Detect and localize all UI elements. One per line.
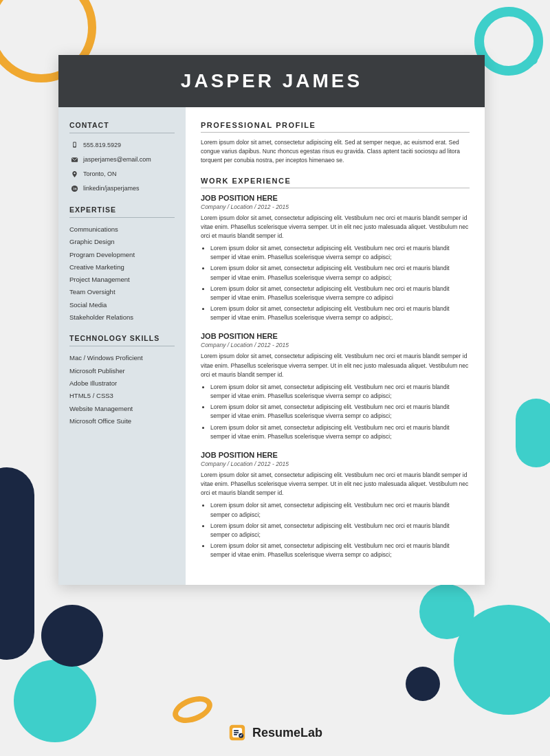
technology-skill-item: Microsoft Office Suite (69, 416, 175, 425)
job-bullet-item: Lorem ipsum dolor sit amet, consectetur … (210, 403, 470, 421)
job-bullets: Lorem ipsum dolor sit amet, consectetur … (201, 383, 470, 441)
bg-shape-teal-dot (528, 55, 538, 65)
brand-name-plain: Resume (252, 726, 300, 740)
expertise-skill-item: Stakeholder Relations (69, 313, 175, 322)
job-title: JOB POSITION HERE (201, 194, 470, 202)
job-bullet-item: Lorem ipsum dolor sit amet, consectetur … (210, 304, 470, 322)
job-block: JOB POSITION HERECompany / Location / 20… (201, 194, 470, 323)
expertise-skill-item: Program Development (69, 250, 175, 259)
resumelab-logo-icon (228, 723, 247, 742)
job-bullet-item: Lorem ipsum dolor sit amet, consectetur … (210, 285, 470, 302)
bg-shape-teal-circle-bottom-right2 (419, 584, 474, 639)
resume-document: JASPER JAMES CONTACT 555.819.5929 (58, 55, 485, 585)
job-title: JOB POSITION HERE (201, 451, 470, 459)
work-experience-title: WORK EXPERIENCE (201, 177, 470, 185)
svg-rect-1 (74, 142, 76, 146)
job-bullet-item: Lorem ipsum dolor sit amet, consectetur … (210, 244, 470, 262)
brand-name: ResumeLab (252, 726, 322, 740)
email-icon (69, 155, 79, 164)
resume-body: CONTACT 555.819.5929 jasperjames@email.c… (58, 107, 485, 585)
expertise-divider (69, 217, 175, 218)
svg-point-2 (74, 146, 75, 147)
resume-header: JASPER JAMES (58, 55, 485, 107)
job-bullet-item: Lorem ipsum dolor sit amet, consectetur … (210, 383, 470, 401)
expertise-skill-item: Social Media (69, 300, 175, 309)
job-block: JOB POSITION HERECompany / Location / 20… (201, 332, 470, 441)
contact-phone-value: 555.819.5929 (83, 142, 121, 148)
technology-skill-item: Mac / Windows Proficient (69, 353, 175, 362)
contact-email-value: jasperjames@email.com (83, 156, 151, 163)
profile-section-title: PROFESSIONAL PROFILE (201, 121, 470, 129)
work-experience-section: WORK EXPERIENCE JOB POSITION HERECompany… (201, 177, 470, 560)
resume-sidebar: CONTACT 555.819.5929 jasperjames@email.c… (58, 107, 186, 585)
technology-skill-item: Microsoft Publisher (69, 366, 175, 375)
contact-phone: 555.819.5929 (69, 140, 175, 150)
bg-shape-teal-circle-bottom-left (14, 660, 96, 742)
profile-text: Lorem ipsum dolor sit amet, consectetur … (201, 138, 470, 166)
bg-shape-teal-bar-right (516, 399, 550, 467)
technology-skill-item: Website Management (69, 404, 175, 413)
job-meta: Company / Location / 2012 - 2015 (201, 460, 470, 467)
contact-section-title: CONTACT (69, 121, 175, 129)
location-icon (69, 169, 79, 179)
job-bullets: Lorem ipsum dolor sit amet, consectetur … (201, 244, 470, 322)
job-bullet-item: Lorem ipsum dolor sit amet, consectetur … (210, 501, 470, 519)
profile-divider (201, 132, 470, 133)
job-meta: Company / Location / 2012 - 2015 (201, 342, 470, 348)
expertise-skill-item: Team Oversight (69, 287, 175, 296)
job-block: JOB POSITION HERECompany / Location / 20… (201, 451, 470, 560)
expertise-skill-item: Graphic Design (69, 237, 175, 246)
expertise-skill-item: Project Management (69, 275, 175, 284)
contact-location-value: Toronto, ON (83, 170, 117, 177)
job-bullet-item: Lorem ipsum dolor sit amet, consectetur … (210, 522, 470, 540)
resume-main: PROFESSIONAL PROFILE Lorem ipsum dolor s… (186, 107, 485, 585)
contact-location: Toronto, ON (69, 169, 175, 179)
job-bullets: Lorem ipsum dolor sit amet, consectetur … (201, 501, 470, 559)
technology-skill-item: Adobe Illustrator (69, 379, 175, 388)
technology-section: TECHNOLOGY SKILLS Mac / Windows Proficie… (69, 334, 175, 425)
contact-linkedin-value: linkedin/jasperjames (83, 185, 140, 192)
job-description: Lorem ipsum dolor sit amet, consectetur … (201, 214, 470, 241)
contact-email: jasperjames@email.com (69, 155, 175, 164)
contact-linkedin: linkedin/jasperjames (69, 184, 175, 193)
job-bullet-item: Lorem ipsum dolor sit amet, consectetur … (210, 423, 470, 441)
brand-name-bold: Lab (300, 726, 322, 740)
svg-point-4 (71, 185, 77, 191)
bg-shape-navy-blob (41, 605, 103, 667)
candidate-name: JASPER JAMES (79, 70, 464, 92)
job-bullet-item: Lorem ipsum dolor sit amet, consectetur … (210, 542, 470, 559)
profile-section: PROFESSIONAL PROFILE Lorem ipsum dolor s… (201, 121, 470, 166)
job-meta: Company / Location / 2012 - 2015 (201, 203, 470, 210)
job-title: JOB POSITION HERE (201, 332, 470, 340)
technology-divider (69, 346, 175, 346)
contact-section: CONTACT 555.819.5929 jasperjames@email.c… (69, 121, 175, 193)
technology-skill-item: HTML5 / CSS3 (69, 391, 175, 400)
expertise-skill-item: Creative Marketing (69, 263, 175, 271)
expertise-skill-item: Communications (69, 225, 175, 234)
bg-shape-teal-circle-top (474, 7, 543, 76)
technology-skills-list: Mac / Windows ProficientMicrosoft Publis… (69, 353, 175, 425)
phone-icon (69, 140, 79, 150)
expertise-section: EXPERTISE CommunicationsGraphic DesignPr… (69, 205, 175, 322)
contact-divider (69, 133, 175, 133)
job-description: Lorem ipsum dolor sit amet, consectetur … (201, 352, 470, 379)
expertise-skills-list: CommunicationsGraphic DesignProgram Deve… (69, 225, 175, 322)
bg-shape-navy-bar (0, 467, 34, 660)
work-experience-divider (201, 188, 470, 188)
linkedin-icon (69, 184, 79, 193)
bg-shape-orange-oval (169, 691, 216, 728)
footer-brand: ResumeLab (228, 723, 322, 742)
bg-shape-navy-circle-bottom (406, 667, 440, 701)
job-description: Lorem ipsum dolor sit amet, consectetur … (201, 471, 470, 498)
technology-section-title: TECHNOLOGY SKILLS (69, 334, 175, 342)
jobs-container: JOB POSITION HERECompany / Location / 20… (201, 194, 470, 560)
expertise-section-title: EXPERTISE (69, 205, 175, 214)
job-bullet-item: Lorem ipsum dolor sit amet, consectetur … (210, 264, 470, 282)
